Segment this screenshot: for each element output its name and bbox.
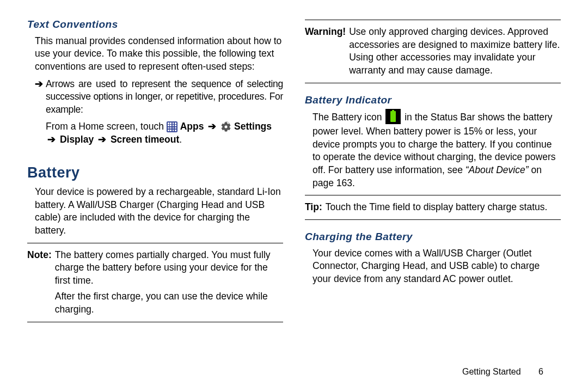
example-line: From a Home screen, touch Apps ➔ Setting…: [46, 120, 283, 146]
divider: [305, 20, 561, 20]
battery-body: Your device is powered by a rechargeable…: [35, 186, 283, 237]
bullet-item: ➔ Arrows are used to represent the seque…: [35, 78, 283, 117]
divider: [27, 322, 283, 322]
page-number: 6: [538, 367, 543, 376]
charging-body: Your device comes with a Wall/USB Charge…: [313, 247, 561, 286]
apps-icon: [167, 121, 177, 132]
bullet-arrow-icon: ➔: [35, 78, 46, 117]
divider: [27, 243, 283, 243]
tip-block: Tip: Touch the Time field to display bat…: [305, 201, 561, 214]
heading-text-conventions: Text Conventions: [27, 17, 283, 32]
divider: [305, 195, 561, 195]
heading-charging-battery: Charging the Battery: [305, 230, 561, 244]
arrow-icon: ➔: [96, 134, 108, 145]
divider: [305, 219, 561, 220]
heading-battery-indicator: Battery Indicator: [305, 93, 561, 107]
settings-label: Settings: [234, 121, 272, 132]
arrow-icon: ➔: [46, 134, 57, 145]
divider: [305, 83, 561, 83]
display-label: Display: [60, 134, 94, 145]
heading-battery: Battery: [27, 163, 283, 182]
tip-body: Touch the Time field to display battery …: [326, 201, 561, 214]
footer-section: Getting Started: [462, 367, 521, 376]
text-conventions-body: This manual provides condensed informati…: [35, 35, 283, 74]
tip-label: Tip:: [305, 201, 326, 214]
note-body: The battery comes partially charged. You…: [55, 249, 283, 316]
note-line-2: After the first charge, you can use the …: [55, 290, 283, 316]
warning-block: Warning! Use only approved charging devi…: [305, 26, 561, 77]
right-column: Warning! Use only approved charging devi…: [305, 17, 561, 392]
arrow-icon: ➔: [206, 121, 218, 132]
note-label: Note:: [27, 249, 55, 316]
batind-text-a: The Battery icon: [313, 112, 384, 122]
period: .: [179, 134, 182, 145]
warning-label: Warning!: [305, 26, 349, 77]
apps-label: Apps: [180, 121, 204, 132]
warning-body: Use only approved charging devices. Appr…: [349, 26, 561, 77]
example-prefix: From a Home screen, touch: [46, 121, 167, 132]
page-footer: Getting Started 6: [462, 367, 543, 377]
page-content: Text Conventions This manual provides co…: [0, 0, 588, 392]
about-device-ref: “About Device”: [465, 164, 529, 175]
note-line-1: The battery comes partially charged. You…: [55, 249, 283, 287]
gear-icon: [220, 121, 231, 132]
screen-timeout-label: Screen timeout: [111, 134, 179, 145]
note-block: Note: The battery comes partially charge…: [27, 249, 283, 316]
left-column: Text Conventions This manual provides co…: [27, 17, 283, 392]
battery-indicator-body: The Battery icon in the Status Bar shows…: [313, 110, 561, 189]
bullet-text: Arrows are used to represent the sequenc…: [46, 78, 283, 117]
battery-icon: [385, 109, 401, 124]
